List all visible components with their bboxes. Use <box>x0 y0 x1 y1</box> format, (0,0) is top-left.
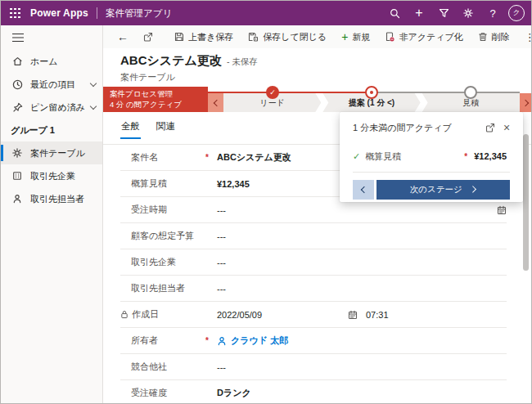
app-window: Power Apps 案件管理アプリ + ? ク ホーム <box>0 0 532 404</box>
delete-button[interactable]: 削除 <box>471 25 517 48</box>
save-button[interactable]: 上書き保存 <box>167 25 241 48</box>
bpf-scroll-left-button[interactable] <box>208 93 223 112</box>
settings-gear-icon[interactable] <box>456 1 480 25</box>
brand-label[interactable]: Power Apps <box>30 7 88 19</box>
table-gear-icon <box>12 148 23 159</box>
bpf-stage-completed-icon[interactable]: ✓ <box>266 86 279 99</box>
owner-name: クラウド 太郎 <box>231 334 288 347</box>
popup-field-row: ✓ 概算見積 * ¥12,345 <box>353 148 510 164</box>
deactivate-button[interactable]: 非アクティブ化 <box>377 25 470 48</box>
sidebar-item-home[interactable]: ホーム <box>1 50 102 73</box>
chevron-down-icon <box>90 79 97 86</box>
form-field-row: 競合他社 --- <box>120 354 507 380</box>
calendar-icon[interactable] <box>348 310 358 320</box>
sidebar-item-pinned[interactable]: ピン留め済み <box>1 96 102 119</box>
business-process-flow: 案件プロセス管理 4 分 の間アクティブ リード 提案 (1 分 <) 見積 ✓ <box>103 87 531 112</box>
time-value[interactable]: 07:31 <box>366 310 389 320</box>
field-value[interactable]: Dランク <box>217 387 507 399</box>
user-avatar[interactable]: ク <box>508 5 525 21</box>
deactivate-label: 非アクティブ化 <box>399 31 462 43</box>
date-value[interactable]: 2022/05/09 <box>217 310 348 320</box>
sidebar-item-label: ピン留め済み <box>30 101 91 114</box>
waffle-icon[interactable] <box>10 8 20 19</box>
chevron-right-icon <box>470 186 476 193</box>
sidebar-item-label: 取引先担当者 <box>30 193 96 205</box>
previous-stage-button[interactable] <box>353 180 374 200</box>
vertical-scrollbar-thumb[interactable] <box>523 134 529 271</box>
save-icon <box>174 32 184 42</box>
filter-icon[interactable] <box>431 1 456 25</box>
command-bar: ← 上書き保存 保存して閉じる + 新規 <box>103 25 531 48</box>
open-in-new-window-icon[interactable] <box>136 25 160 48</box>
field-value[interactable]: --- <box>217 258 507 267</box>
add-icon[interactable]: + <box>407 1 431 25</box>
search-icon[interactable] <box>382 1 407 25</box>
new-label: 新規 <box>352 31 370 43</box>
form-field-row: 作成日 2022/05/09 07:31 <box>120 302 507 328</box>
field-label: 概算見積 <box>120 177 205 190</box>
sidebar-item-label: 取引先企業 <box>30 170 96 182</box>
close-icon[interactable]: × <box>498 119 515 136</box>
chevron-right-icon <box>522 99 529 105</box>
bpf-process-header[interactable]: 案件プロセス管理 4 分 の間アクティブ <box>103 87 208 112</box>
new-button[interactable]: + 新規 <box>334 25 377 48</box>
back-icon[interactable]: ← <box>110 25 136 48</box>
building-icon <box>12 171 23 182</box>
save-close-label: 保存して閉じる <box>263 31 327 43</box>
tab-general[interactable]: 全般 <box>120 118 141 139</box>
popup-divider <box>353 172 510 173</box>
save-and-close-button[interactable]: 保存して閉じる <box>241 25 334 48</box>
form-field-row: 取引先担当者 --- <box>120 276 507 302</box>
required-marker: * <box>205 336 217 345</box>
trash-icon <box>478 32 488 42</box>
field-label: 顧客の想定予算 <box>120 230 205 242</box>
sidebar-item-label: 案件テーブル <box>30 147 96 159</box>
form-field-row: 顧客の想定予算 --- <box>120 223 507 249</box>
sidebar-item-contacts[interactable]: 取引先担当者 <box>1 187 102 210</box>
popout-icon[interactable] <box>482 119 498 136</box>
tab-related[interactable]: 関連 <box>156 118 176 139</box>
top-bar: Power Apps 案件管理アプリ + ? ク <box>1 1 531 25</box>
required-marker: * <box>464 152 467 161</box>
sidebar-group-label: グループ 1 <box>1 119 102 141</box>
more-commands-icon[interactable]: ⋮ <box>517 25 532 48</box>
record-entity-name: 案件テーブル <box>120 71 258 83</box>
save-label: 上書き保存 <box>188 31 233 43</box>
form-field-row: 受注確度 Dランク <box>120 380 507 404</box>
bpf-stage-upcoming-icon[interactable] <box>464 86 477 99</box>
bpf-stage-active-icon[interactable] <box>365 86 378 99</box>
plus-icon: + <box>341 30 348 43</box>
sidebar-item-recent[interactable]: 最近の項目 <box>1 73 102 96</box>
field-value[interactable]: --- <box>217 231 507 241</box>
field-value[interactable]: --- <box>217 205 507 215</box>
person-icon <box>12 194 23 204</box>
next-stage-button[interactable]: 次のステージ <box>376 180 510 200</box>
check-icon: ✓ <box>353 151 360 162</box>
field-label: 受注確度 <box>120 387 205 399</box>
chevron-left-icon <box>213 99 219 105</box>
field-value: クラウド 太郎 <box>217 334 507 347</box>
field-label: 案件名 <box>120 151 205 164</box>
field-value[interactable]: --- <box>217 284 507 294</box>
field-value[interactable]: 2022/05/09 07:31 <box>217 310 507 320</box>
bpf-progress-line-todo <box>372 92 520 93</box>
field-value[interactable]: --- <box>217 362 507 372</box>
bpf-progress-line-done <box>208 92 372 93</box>
popup-field-value[interactable]: ¥12,345 <box>474 151 507 161</box>
field-label: 受注時期 <box>120 204 205 216</box>
sidebar-item-label: ホーム <box>30 56 96 68</box>
field-label: 取引先企業 <box>120 256 205 268</box>
help-icon[interactable]: ? <box>480 1 505 25</box>
lock-icon <box>120 310 128 319</box>
sitemap-sidebar: ホーム 最近の項目 ピン留め済み グループ 1 案件テーブル <box>1 25 103 403</box>
field-label: 作成日 <box>132 308 159 321</box>
hamburger-menu-icon[interactable] <box>1 25 102 50</box>
home-icon <box>12 56 23 67</box>
owner-lookup-link[interactable]: クラウド 太郎 <box>217 334 288 347</box>
sidebar-item-accounts[interactable]: 取引先企業 <box>1 164 102 187</box>
field-label: 競合他社 <box>120 361 205 373</box>
form-field-row: 所有者 * クラウド 太郎 <box>120 328 507 354</box>
bpf-scroll-right-button[interactable] <box>520 93 532 112</box>
calendar-icon[interactable] <box>497 205 507 215</box>
sidebar-item-case-table[interactable]: 案件テーブル <box>1 141 102 164</box>
